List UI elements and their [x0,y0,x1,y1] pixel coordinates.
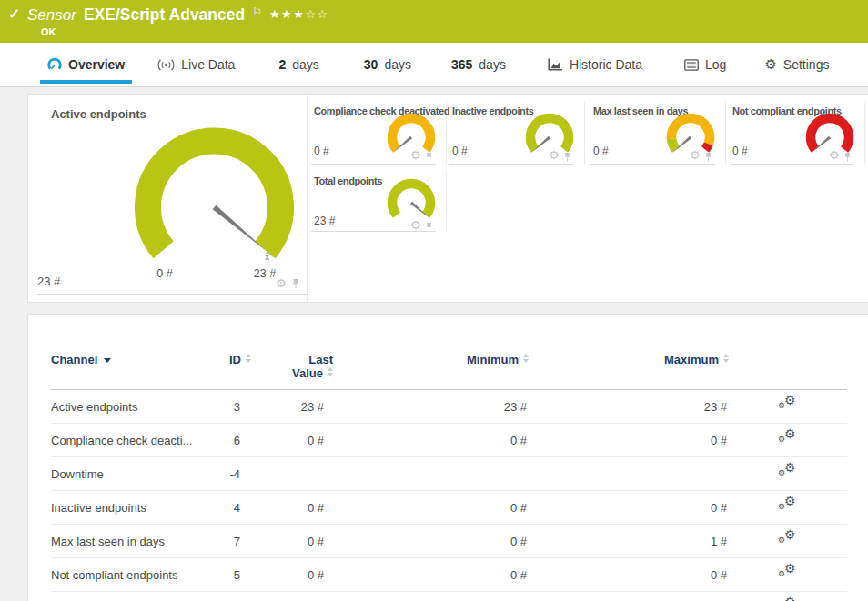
tab-historic-data[interactable]: Historic Data [548,57,642,72]
maximum-value [529,457,729,491]
channel-settings-icon[interactable]: ⚙⚙ [778,431,798,446]
gear-icon[interactable]: ⚙ [829,149,840,161]
column-header-channel[interactable]: Channel [51,349,206,390]
sensor-page: ✓ Sensor EXE/Script Advanced ⚐ ★★★☆☆ OK … [0,0,868,601]
tab-number: 2 [278,57,286,72]
gauge-panel-active-endpoints: Active endpoints x̄ 0 # 23 # 23 # ⚙ [28,95,308,302]
channel-id: 7 [206,525,251,558]
column-header-maximum[interactable]: Maximum [529,349,729,390]
channel-settings-icon[interactable]: ⚙⚙ [778,397,798,413]
gear-icon[interactable]: ⚙ [549,149,560,161]
star-rating[interactable]: ★★★☆☆ [269,7,329,21]
column-label: Last [308,353,333,366]
gear-icon[interactable]: ⚙ [410,219,421,231]
gear-icon[interactable]: ⚙ [276,277,287,289]
tab-label: days [479,57,506,72]
minimum-value: 23 # [333,592,529,601]
divider [311,231,436,232]
table-row: Max last seen in days 7 0 # 0 # 1 # ⚙⚙ [51,525,847,558]
table-row: Total endpoints 2 23 # 23 # 23 # ⚙⚙ [51,592,847,601]
gauge-title: Total endpoints [314,175,382,186]
divider [37,294,307,295]
gauge-panel-max-last-seen-in-days: Max last seen in days 0 # ⚙ [590,101,726,165]
channel-id: 3 [206,390,251,424]
tab-overview[interactable]: Overview [47,57,125,72]
gauge-arc [530,118,569,149]
gauge-value: 0 # [732,145,748,157]
gear-icon[interactable]: ⚙ [410,149,421,161]
column-header-last-value[interactable]: Last Value [251,349,333,390]
channel-id: -4 [206,457,251,491]
channel-table: Channel ID Last Value Minimum Maximum [51,349,847,601]
tab-settings[interactable]: ⚙ Settings [764,56,829,73]
channel-id: 5 [206,558,251,592]
gauge-value: 23 # [37,275,60,288]
tab-log[interactable]: Log [684,57,726,72]
gauge-arc-green-segment [671,139,676,150]
channel-settings-icon[interactable]: ⚙⚙ [778,532,798,547]
channel-name: Inactive endpoints [51,491,206,525]
channel-id: 4 [206,491,251,525]
last-value: 0 # [251,558,333,592]
gauge-panel-inactive-endpoints: Inactive endpoints 0 # ⚙ [449,101,585,165]
last-value: 0 # [251,491,333,525]
divider [590,164,715,165]
gauge-panel-compliance-check-deactivated: Compliance check deactivated 0 # ⚙ [311,101,447,165]
column-header-id[interactable]: ID [206,349,251,390]
tab-365-days[interactable]: 365 days [451,57,506,72]
tab-30-days[interactable]: 30 days [364,57,411,72]
status-text: OK [41,26,56,37]
channel-name: Total endpoints [51,592,206,601]
tab-label: Overview [68,57,125,72]
last-value [251,457,333,491]
column-label: Maximum [664,353,719,366]
table-row: Inactive endpoints 4 0 # 0 # 0 # ⚙⚙ [51,491,847,525]
minimum-value: 0 # [333,525,529,558]
tab-label: Log [705,57,726,72]
pin-icon[interactable] [425,150,433,165]
column-label: Channel [51,353,97,366]
gauge-scale-min: 0 # [156,267,172,280]
sensor-title-line: Sensor EXE/Script Advanced ⚐ ★★★☆☆ [27,5,329,25]
column-header-minimum[interactable]: Minimum [333,349,529,390]
column-label: Minimum [467,353,519,366]
sort-icon [723,354,729,363]
mean-marker: x̄ [265,251,269,262]
tab-live-data[interactable]: Live Data [157,57,235,72]
status-header: ✓ Sensor EXE/Script Advanced ⚐ ★★★☆☆ OK [0,0,868,43]
tab-label: days [292,57,319,72]
tab-2-days[interactable]: 2 days [278,57,318,72]
channel-name: Compliance check deacti... [51,424,206,457]
channel-settings-icon[interactable]: ⚙⚙ [778,566,798,581]
pin-icon[interactable] [843,150,852,165]
pin-icon[interactable] [425,220,433,235]
sort-icon [328,367,333,376]
sensor-title: EXE/Script Advanced [84,5,245,25]
channel-settings-icon[interactable]: ⚙⚙ [778,465,798,480]
pin-icon[interactable] [563,150,571,165]
gauge-arc-red-segment [705,144,709,149]
gauge-arc [392,118,430,149]
sort-desc-icon [104,358,111,363]
gauge-value: 23 # [314,215,335,227]
gear-icon: ⚙ [764,56,776,73]
flag-icon[interactable]: ⚐ [252,5,262,18]
minimum-value: 0 # [333,558,529,592]
tab-label: Historic Data [570,57,642,72]
tab-number: 365 [451,57,472,72]
gauge-value: 0 # [593,145,609,157]
column-label: ID [229,353,241,366]
tab-label: Settings [783,57,830,72]
channel-settings-icon[interactable]: ⚙⚙ [778,498,798,514]
maximum-value: 23 # [529,390,729,424]
table-row: Not compliant endpoints 5 0 # 0 # 0 # ⚙⚙ [51,558,847,592]
divider [449,164,574,165]
gear-icon[interactable]: ⚙ [690,149,701,161]
gauge-value: 0 # [452,145,468,157]
channel-name: Downtime [51,457,206,491]
sort-icon [523,354,529,363]
pin-icon[interactable] [704,150,712,165]
pin-icon[interactable] [291,277,300,292]
gauge-arc [811,118,849,149]
gauge [37,100,301,273]
